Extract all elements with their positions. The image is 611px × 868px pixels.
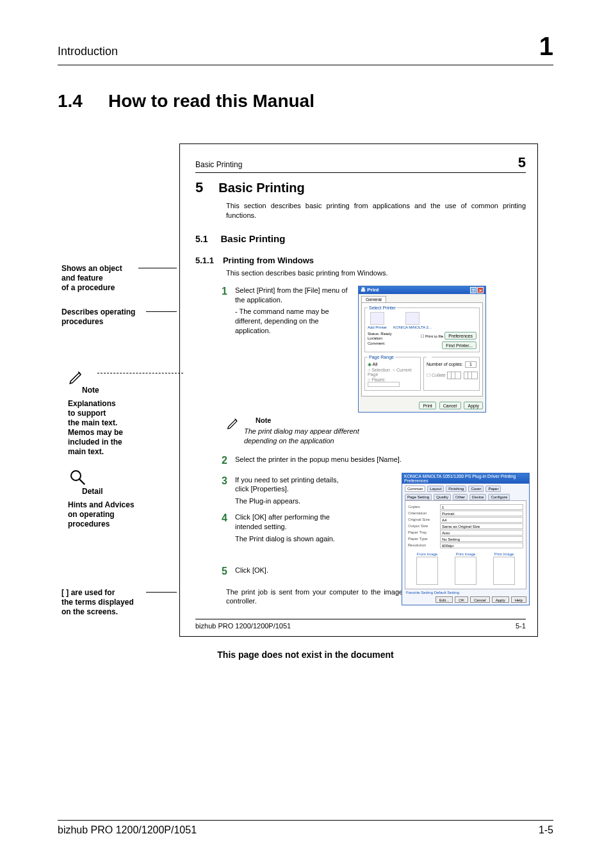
print-dialog-title: 🖶 Print xyxy=(361,287,379,293)
pencil-icon xyxy=(226,416,240,430)
sample-h51-num: 5.1 xyxy=(195,234,208,244)
plugin-tab[interactable]: Configure xyxy=(488,494,510,500)
find-printer-button[interactable]: Find Printer... xyxy=(442,341,477,349)
preview-thumb xyxy=(416,557,438,585)
annot-explanations: Explanations to support the main text. M… xyxy=(68,399,123,457)
sample-h511-num: 5.1.1 xyxy=(195,256,214,265)
print-to-file-checkbox[interactable]: ☐ Print to file xyxy=(421,334,443,338)
detail-label: Detail xyxy=(82,487,103,496)
plugin-tab[interactable]: Quality xyxy=(434,494,451,500)
note-text: The print dialog may appear different de… xyxy=(244,427,372,446)
radio-selection[interactable]: Selection Current Page xyxy=(368,368,418,377)
sample-h51-title: Basic Printing xyxy=(220,233,285,244)
step-number: 4 xyxy=(218,512,227,544)
windows-print-dialog: 🖶 Print ?× General Select Printer Add Pr… xyxy=(358,286,486,413)
sample-note: Note The print dialog may appear differe… xyxy=(226,416,526,446)
sample-footer-left: bizhub PRO 1200/1200P/1051 xyxy=(195,622,291,630)
printer-status-block: Status: Ready Location: Comment: xyxy=(368,332,392,349)
printer-add[interactable]: Add Printer xyxy=(368,312,387,329)
step-text: If you need to set printing details, cli… xyxy=(235,475,350,495)
annot-brackets: [ ] are used for the terms displayed on … xyxy=(61,588,134,617)
annotation-column: Shows an object and feature of a procedu… xyxy=(58,143,173,637)
help-icon[interactable]: ? xyxy=(470,287,477,293)
plugin-tab[interactable]: Page Setting xyxy=(405,494,432,500)
tab-general[interactable]: General xyxy=(361,296,386,302)
note-label: Note xyxy=(82,386,99,395)
step-text: Click [OK]. xyxy=(235,566,268,575)
annotated-figure: Shows an object and feature of a procedu… xyxy=(58,143,553,637)
preview-thumb xyxy=(493,557,515,585)
plugin-tab[interactable]: Other xyxy=(453,494,468,500)
note-heading: Note xyxy=(256,416,372,424)
svg-line-1 xyxy=(79,479,85,485)
plugin-btn[interactable]: Apply xyxy=(492,596,509,603)
plugin-tab[interactable]: Cover xyxy=(468,486,484,492)
sample-h5-title: Basic Printing xyxy=(218,181,304,195)
radio-pages[interactable]: Pages: xyxy=(368,377,418,387)
section-heading: 1.4 How to read this Manual xyxy=(58,91,553,111)
page-range-group: Page Range All Selection Current Page Pa… xyxy=(364,355,421,391)
sample-page-figure: Basic Printing 5 5 Basic Printing This s… xyxy=(179,143,538,637)
plugin-btn[interactable]: Edit... xyxy=(436,596,453,603)
plugin-btn[interactable]: Help xyxy=(511,596,526,603)
header-rule xyxy=(58,65,553,65)
sample-header-rule xyxy=(195,172,526,173)
figure-caption: This page does not exist in the document xyxy=(58,650,553,660)
printer-item[interactable]: KONICA MINOLTA 2... xyxy=(393,312,432,329)
close-icon[interactable]: × xyxy=(477,287,484,293)
copies-group: c Number of copies: ☐ Collate xyxy=(423,355,480,391)
step-row: 3 If you need to set printing details, c… xyxy=(218,475,526,507)
step-subtext: The Plug-in appears. xyxy=(235,496,350,506)
step-row: 2 Select the printer in the popup menu b… xyxy=(218,455,526,466)
plugin-btn[interactable]: Cancel xyxy=(470,596,490,603)
plugin-tab[interactable]: Paper xyxy=(485,486,501,492)
plugin-properties-dialog: KONICA MINOLTA 1051/1200 PS Plug-in Driv… xyxy=(402,473,530,605)
select-printer-group: Select Printer Add Printer KONICA MINOLT… xyxy=(364,306,480,352)
sample-running-left: Basic Printing xyxy=(195,160,242,169)
sample-h5-num: 5 xyxy=(195,179,203,196)
magnifier-icon xyxy=(68,468,134,487)
sample-h511-title: Printing from Windows xyxy=(223,256,314,265)
copies-input[interactable] xyxy=(465,361,477,368)
preferences-button[interactable]: Preferences xyxy=(444,332,477,340)
plugin-field[interactable]: No Setting xyxy=(440,536,523,542)
section-title: How to read this Manual xyxy=(108,91,314,111)
plugin-tab[interactable]: Device xyxy=(469,494,486,500)
plugin-btn[interactable]: OK xyxy=(455,596,468,603)
apply-button[interactable]: Apply xyxy=(464,402,483,409)
sample-h511-body: This section describes basic printing fr… xyxy=(226,269,526,277)
chapter-number: 1 xyxy=(539,32,553,61)
collate-row[interactable]: ☐ Collate xyxy=(427,372,477,380)
plugin-tab[interactable]: Common xyxy=(405,486,425,492)
radio-all[interactable]: All xyxy=(368,362,418,367)
plugin-tab[interactable]: Layout xyxy=(427,486,444,492)
plugin-field[interactable]: A4 xyxy=(440,517,523,523)
annot-hints: Hints and Advices on operating procedure… xyxy=(68,500,134,529)
cancel-button[interactable]: Cancel xyxy=(439,402,461,409)
plugin-tab[interactable]: Finishing xyxy=(446,486,466,492)
step-number: 3 xyxy=(218,475,227,507)
annot-object-feature: Shows an object and feature of a procedu… xyxy=(61,264,122,293)
chapter-label: Introduction xyxy=(58,45,118,58)
step-number: 2 xyxy=(218,455,227,466)
page-footer-right: 1-5 xyxy=(539,824,553,836)
plugin-field[interactable]: 1 xyxy=(440,504,523,510)
section-number: 1.4 xyxy=(58,91,83,111)
preview-thumb xyxy=(455,557,477,585)
plugin-field[interactable]: 600dpi xyxy=(440,543,523,548)
sample-h5-body: This section describes basic printing fr… xyxy=(226,201,526,220)
step-subtext: - The command name may be different, dep… xyxy=(235,307,350,336)
annot-operating-procedures: Describes operating procedures xyxy=(61,307,135,327)
sample-running-right: 5 xyxy=(518,154,526,171)
step-text: Select the printer in the popup menu bes… xyxy=(235,455,526,464)
plugin-field[interactable]: Same as Original Size xyxy=(440,523,523,529)
plugin-field[interactable]: Portrait xyxy=(440,511,523,516)
sample-footer-right: 5-1 xyxy=(516,622,526,630)
plugin-titlebar: KONICA MINOLTA 1051/1200 PS Plug-in Driv… xyxy=(402,473,529,484)
copies-label: Number of copies: xyxy=(427,362,463,366)
plugin-field[interactable]: Auto xyxy=(440,530,523,536)
step-text: Click [OK] after performing the intended… xyxy=(235,512,350,532)
step-row: 1 Select [Print] from the [File] menu of… xyxy=(218,286,526,413)
step-number: 1 xyxy=(218,286,227,413)
print-button[interactable]: Print xyxy=(419,402,436,409)
